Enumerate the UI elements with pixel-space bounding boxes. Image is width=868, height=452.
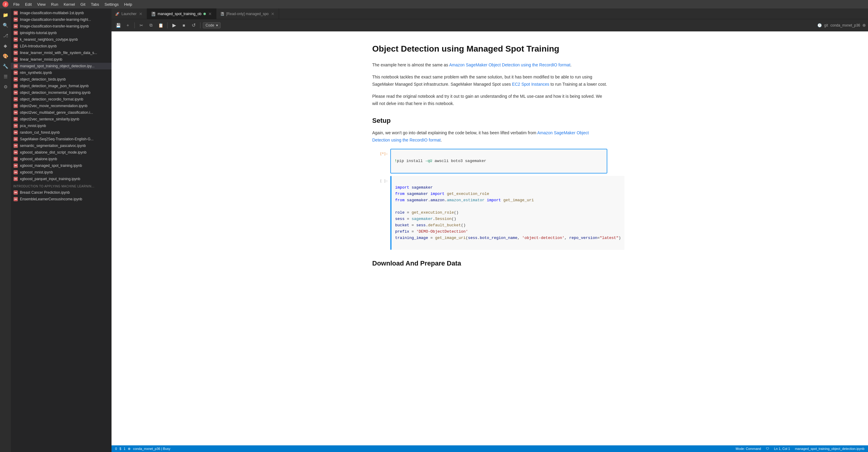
- tab-launcher[interactable]: 🚀 Launcher ✕: [112, 8, 147, 19]
- menu-git[interactable]: Git: [78, 1, 88, 7]
- sidebar-icon-extensions2[interactable]: ⚙: [1, 83, 10, 91]
- copy-button[interactable]: ⧉: [147, 21, 155, 30]
- notebook-tab-icon: 📓: [151, 11, 156, 16]
- toolbar-separator-2: [167, 22, 167, 28]
- stop-button[interactable]: ■: [180, 21, 188, 30]
- list-item[interactable]: LDA-Introduction.ipynb: [11, 43, 112, 50]
- tab-readonly[interactable]: 📓 [Read-only] managed_spo ✕: [216, 8, 279, 19]
- list-item[interactable]: linear_learner_mnist_with_file_system_da…: [11, 50, 112, 56]
- sidebar-icon-palette[interactable]: 🎨: [1, 52, 10, 60]
- notebook-icon: [13, 130, 18, 135]
- notebook-icon: [13, 44, 18, 49]
- list-item[interactable]: object_detection_birds.ipynb: [11, 76, 112, 83]
- cell-1-label: [*]:: [372, 149, 390, 173]
- tab-modified-indicator: [204, 13, 206, 15]
- sidebar-inner: 📁 🔍 ⎇ ◆ 🎨 🔧 ☰ ⚙ Image-classification-mul…: [0, 8, 112, 452]
- status-shield-icon: 🛡: [766, 447, 769, 451]
- notebook-inner: Object Detection using Managed Spot Trai…: [354, 31, 625, 284]
- sidebar-icon-search[interactable]: 🔍: [1, 21, 10, 30]
- tab-readonly-close[interactable]: ✕: [270, 11, 275, 16]
- sidebar-icon-git[interactable]: ⎇: [1, 31, 10, 40]
- main-layout: 📁 🔍 ⎇ ◆ 🎨 🔧 ☰ ⚙ Image-classification-mul…: [0, 8, 868, 452]
- sidebar-icon-extension[interactable]: ◆: [1, 41, 10, 50]
- ec2-spot-link[interactable]: EC2 Spot Instances: [512, 82, 550, 87]
- launcher-icon: 🚀: [115, 12, 120, 16]
- paste-button[interactable]: 📋: [156, 21, 165, 30]
- sidebar-icon-folder[interactable]: 📁: [1, 11, 10, 19]
- menu-edit[interactable]: Edit: [23, 1, 34, 7]
- list-item[interactable]: SageMaker-Seq2Seq-Translation-English-G.…: [11, 136, 112, 142]
- list-item[interactable]: object_detection_image_json_format.ipynb: [11, 83, 112, 89]
- cell-type-select[interactable]: Code ▾: [203, 22, 221, 28]
- notebook-title: Object Detection using Managed Spot Trai…: [372, 44, 607, 54]
- list-item[interactable]: random_cut_forest.ipynb: [11, 129, 112, 136]
- list-item[interactable]: Breast Cancer Prediction.ipynb: [11, 189, 112, 196]
- tab-readonly-label: [Read-only] managed_spo: [226, 12, 269, 16]
- notebook-icon: [13, 176, 18, 181]
- status-dollar: $: [119, 447, 121, 451]
- list-item[interactable]: pca_mnist.ipynb: [11, 122, 112, 129]
- notebook-content[interactable]: Object Detection using Managed Spot Trai…: [112, 31, 868, 445]
- toolbar: 💾 ＋ ✂ ⧉ 📋 ▶ ■ ↺ Code ▾ 🕐 git conda_mxnet…: [112, 19, 868, 31]
- list-item[interactable]: semantic_segmentation_pascalvoc.ipynb: [11, 142, 112, 149]
- conda-env-label: conda_mxnet_p36: [830, 23, 860, 27]
- kernel-status-indicator: [863, 24, 866, 27]
- sidebar-icon-tools[interactable]: 🔧: [1, 62, 10, 70]
- notebook-icon: [13, 143, 18, 148]
- restart-button[interactable]: ↺: [189, 21, 198, 30]
- list-item[interactable]: object2vec_multilabel_genre_classificati…: [11, 109, 112, 116]
- tab-managed-spot[interactable]: 📓 managed_spot_training_ob ✕: [147, 8, 216, 19]
- list-item[interactable]: Image-classification-multilabel-1st.ipyn…: [11, 10, 112, 16]
- sidebar-icons: 📁 🔍 ⎇ ◆ 🎨 🔧 ☰ ⚙: [0, 8, 11, 452]
- git-branch-label: git: [824, 23, 828, 27]
- notebook-icon: [13, 17, 18, 22]
- menu-tabs[interactable]: Tabs: [88, 1, 101, 7]
- toolbar-right: 🕐 git conda_mxnet_p36: [817, 23, 866, 27]
- menu-help[interactable]: Help: [122, 1, 135, 7]
- list-item[interactable]: object_detection_recordio_format.ipynb: [11, 96, 112, 103]
- list-item[interactable]: k_nearest_neighbors_covtype.ipynb: [11, 36, 112, 43]
- list-item[interactable]: managed_spot_training_object_detection.i…: [11, 63, 112, 69]
- list-item[interactable]: ipinsights-tutorial.ipynb: [11, 30, 112, 36]
- cut-button[interactable]: ✂: [137, 21, 146, 30]
- list-item[interactable]: object2vec_movie_recommendation.ipynb: [11, 103, 112, 109]
- readonly-tab-icon: 📓: [220, 12, 224, 16]
- list-item[interactable]: xgboost_abalone.ipynb: [11, 156, 112, 162]
- menu-run[interactable]: Run: [49, 1, 61, 7]
- status-one: 1: [124, 447, 125, 451]
- menu-bar: J File Edit View Run Kernel Git Tabs Set…: [0, 0, 868, 8]
- recordio-link-1[interactable]: Amazon SageMaker Object Detection using …: [449, 62, 570, 67]
- menu-file[interactable]: File: [11, 1, 22, 7]
- menu-view[interactable]: View: [35, 1, 48, 7]
- add-cell-button[interactable]: ＋: [124, 21, 132, 30]
- list-item[interactable]: xgboost_parquet_input_training.ipynb: [11, 176, 112, 182]
- status-circle: ⊕: [128, 447, 130, 451]
- cell-2-code[interactable]: import sagemaker from sagemaker import g…: [392, 176, 624, 250]
- save-button[interactable]: 💾: [114, 21, 122, 30]
- tab-managed-spot-close[interactable]: ✕: [208, 11, 213, 16]
- list-item[interactable]: ntm_synthetic.ipynb: [11, 69, 112, 76]
- intro-para-1: The example here is almost the same as A…: [372, 61, 607, 69]
- list-item[interactable]: EnsembleLearnerCensusIncome.ipynb: [11, 196, 112, 202]
- notebook-icon: [13, 117, 18, 121]
- list-item[interactable]: xgboost_managed_spot_training.ipynb: [11, 162, 112, 169]
- menu-settings[interactable]: Settings: [102, 1, 121, 7]
- list-item[interactable]: object2vec_sentence_similarity.ipynb: [11, 116, 112, 122]
- notebook-icon: [13, 190, 18, 195]
- sidebar-icon-list[interactable]: ☰: [1, 73, 10, 81]
- list-item[interactable]: xgboost_abalone_dist_script_mode.ipynb: [11, 149, 112, 156]
- list-item[interactable]: Image-classification-transfer-learning-h…: [11, 16, 112, 23]
- tab-managed-spot-label: managed_spot_training_ob: [158, 12, 201, 16]
- list-item[interactable]: xgboost_mnist.ipynb: [11, 169, 112, 176]
- list-item[interactable]: object_detection_incremental_training.ip…: [11, 89, 112, 96]
- menu-kernel[interactable]: Kernel: [61, 1, 78, 7]
- cell-1-body[interactable]: !pip install -qU awscli boto3 sagemaker: [390, 149, 607, 173]
- intro-para-3: Please read the original notebook and tr…: [372, 93, 607, 107]
- list-item[interactable]: Image-classification-transfer-learning.i…: [11, 23, 112, 30]
- list-item[interactable]: linear_learner_mnist.ipynb: [11, 56, 112, 63]
- status-filename: managed_spot_training_object_detection.i…: [795, 447, 864, 451]
- cell-2-label: [ ]:: [372, 176, 390, 250]
- notebook-icon: [13, 37, 18, 42]
- tab-launcher-close[interactable]: ✕: [138, 11, 143, 16]
- run-button[interactable]: ▶: [170, 21, 179, 30]
